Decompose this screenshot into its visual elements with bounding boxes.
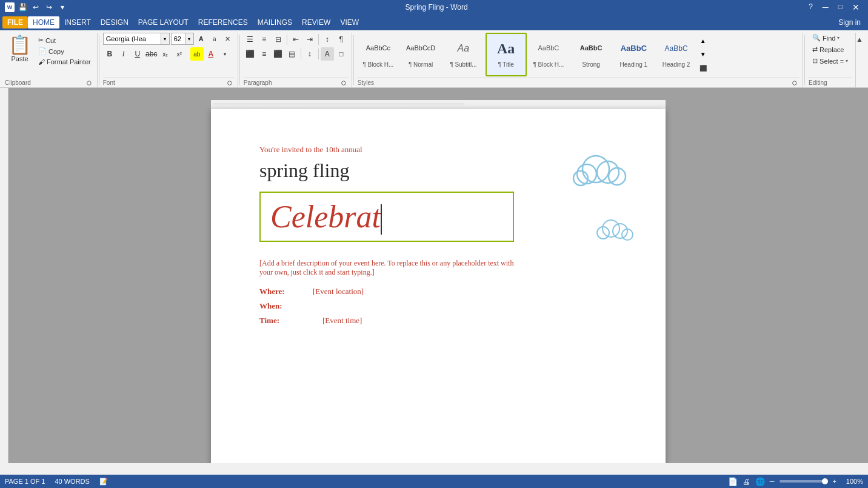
menu-review[interactable]: REVIEW <box>297 16 335 28</box>
restore-button[interactable]: □ <box>835 2 846 12</box>
style-block-h2-preview: AaBbC <box>530 36 567 61</box>
format-painter-button[interactable]: 🖌 Format Painter <box>36 57 93 67</box>
font-grow-button[interactable]: A <box>195 33 207 45</box>
window-controls: ? ─ □ ✕ <box>805 2 863 12</box>
style-title-label: ¶ Title <box>498 61 514 68</box>
bullets-button[interactable]: ☰ <box>244 33 257 46</box>
font-color-button[interactable]: A <box>204 47 218 61</box>
proofing-icon[interactable]: 📝 <box>99 478 108 486</box>
decrease-indent-button[interactable]: ⇤ <box>289 33 302 46</box>
quick-access-arrow[interactable]: ▾ <box>57 2 68 13</box>
document-page[interactable]: You're invited to the 10th annual spring… <box>211 109 666 463</box>
paste-button[interactable]: 📋 Paste <box>5 33 35 64</box>
text-highlight-button[interactable]: ab <box>190 47 204 61</box>
where-field[interactable]: Where: [Event location] <box>259 287 617 296</box>
increase-indent-button[interactable]: ⇥ <box>303 33 316 46</box>
underline-button[interactable]: U <box>131 47 144 61</box>
view-read-button[interactable]: 📄 <box>728 477 738 486</box>
superscript-button[interactable]: x² <box>173 47 186 61</box>
shading-button[interactable]: A <box>321 47 334 61</box>
clipboard-expand[interactable]: ⬡ <box>85 79 93 87</box>
font-expand[interactable]: ⬡ <box>226 79 234 87</box>
style-strong[interactable]: AaBbC Strong <box>570 33 612 76</box>
style-heading1[interactable]: AaBbC Heading 1 <box>613 33 654 76</box>
styles-scroll-buttons[interactable]: ▲ ▼ ⬛ <box>698 33 708 76</box>
font-color-arrow[interactable]: ▾ <box>218 47 232 61</box>
paragraph-group: ☰ ≡ ⊟ ⇤ ⇥ ↕ ¶ ⬛ ≡ ⬛ ▤ ↕ <box>241 33 352 87</box>
style-block-h[interactable]: AaBbCc ¶ Block H... <box>358 33 399 76</box>
subscript-button[interactable]: x₂ <box>159 47 172 61</box>
time-value[interactable]: [Event time] <box>322 316 362 326</box>
style-normal[interactable]: AaBbCcD ¶ Normal <box>400 33 441 76</box>
sign-in-link[interactable]: Sign in <box>833 18 866 27</box>
menu-insert[interactable]: INSERT <box>59 16 96 28</box>
view-web-button[interactable]: 🌐 <box>755 477 765 486</box>
paragraph-expand[interactable]: ⬡ <box>340 79 348 87</box>
save-button[interactable]: 💾 <box>17 2 28 13</box>
select-button[interactable]: ⊡ Select = ▾ <box>809 56 852 66</box>
style-heading2[interactable]: AaBbC Heading 2 <box>656 33 697 76</box>
celebrate-box[interactable]: Celebrat <box>259 192 514 242</box>
format-painter-label: Format Painter <box>47 58 91 65</box>
find-button[interactable]: 🔍 Find ▾ <box>809 33 843 43</box>
style-block-h-preview: AaBbCc <box>359 36 397 61</box>
style-heading1-label: Heading 1 <box>620 61 648 68</box>
strikethrough-button[interactable]: abc <box>145 47 158 61</box>
menu-view[interactable]: VIEW <box>335 16 364 28</box>
menu-page-layout[interactable]: PAGE LAYOUT <box>133 16 193 28</box>
menu-references[interactable]: REFERENCES <box>193 16 253 28</box>
align-right-button[interactable]: ⬛ <box>272 47 285 61</box>
description-text[interactable]: [Add a brief description of your event h… <box>259 259 514 277</box>
where-value[interactable]: [Event location] <box>313 287 364 296</box>
style-block-h2[interactable]: AaBbC ¶ Block H... <box>528 33 569 76</box>
multilevel-button[interactable]: ⊟ <box>272 33 285 46</box>
help-button[interactable]: ? <box>805 2 816 12</box>
styles-scroll-down[interactable]: ▼ <box>698 51 708 58</box>
sort-button[interactable]: ↕ <box>321 33 334 46</box>
copy-button[interactable]: 📄 Copy <box>36 46 93 56</box>
document-title[interactable]: spring fling <box>259 159 617 182</box>
invite-text[interactable]: You're invited to the 10th annual <box>259 145 617 155</box>
justify-button[interactable]: ▤ <box>285 47 299 61</box>
cut-button[interactable]: ✂ Cut <box>36 35 93 45</box>
align-center-button[interactable]: ≡ <box>258 47 271 61</box>
menu-file[interactable]: FILE <box>2 16 28 28</box>
ribbon-collapse-button[interactable]: ▲ <box>856 33 866 87</box>
menu-mailings[interactable]: MAILINGS <box>253 16 297 28</box>
select-arrow: ▾ <box>846 58 848 64</box>
zoom-level[interactable]: 100% <box>841 478 863 485</box>
zoom-in-button[interactable]: + <box>833 478 836 485</box>
align-left-button[interactable]: ⬛ <box>244 47 257 61</box>
borders-button[interactable]: □ <box>335 47 348 61</box>
when-label: When: <box>259 301 308 311</box>
redo-button[interactable]: ↪ <box>44 2 55 13</box>
close-button[interactable]: ✕ <box>849 2 863 12</box>
vertical-ruler <box>0 88 8 463</box>
when-field[interactable]: When: <box>259 301 617 311</box>
document-scroll[interactable]: ────────────────────────────────────────… <box>8 88 868 463</box>
italic-button[interactable]: I <box>117 47 130 61</box>
styles-more[interactable]: ⬛ <box>698 65 708 72</box>
show-marks-button[interactable]: ¶ <box>335 33 348 46</box>
styles-expand[interactable]: ⬡ <box>790 79 799 87</box>
line-spacing-button[interactable]: ↕ <box>303 47 316 61</box>
celebrate-text[interactable]: Celebrat <box>270 199 381 234</box>
zoom-out-button[interactable]: ─ <box>770 478 775 485</box>
menu-home[interactable]: HOME <box>28 16 59 28</box>
view-print-button[interactable]: 🖨 <box>743 477 750 486</box>
styles-scroll-up[interactable]: ▲ <box>698 38 708 44</box>
style-title[interactable]: Aa ¶ Title <box>486 33 527 76</box>
font-shrink-button[interactable]: a <box>209 33 221 45</box>
undo-button[interactable]: ↩ <box>30 2 41 13</box>
zoom-slider[interactable] <box>780 480 828 483</box>
font-size-selector[interactable]: 62 ▾ <box>171 33 194 45</box>
clear-formatting-button[interactable]: ✕ <box>222 33 234 45</box>
minimize-button[interactable]: ─ <box>819 2 832 12</box>
time-field[interactable]: Time: [Event time] <box>259 316 617 326</box>
font-name-selector[interactable]: Georgia (Hea ▾ <box>103 33 170 45</box>
numbering-button[interactable]: ≡ <box>258 33 271 46</box>
bold-button[interactable]: B <box>103 47 116 61</box>
menu-design[interactable]: DESIGN <box>96 16 133 28</box>
replace-button[interactable]: ⇄ Replace <box>809 44 847 55</box>
style-subtitle[interactable]: Aa ¶ Subtitl... <box>442 33 484 76</box>
